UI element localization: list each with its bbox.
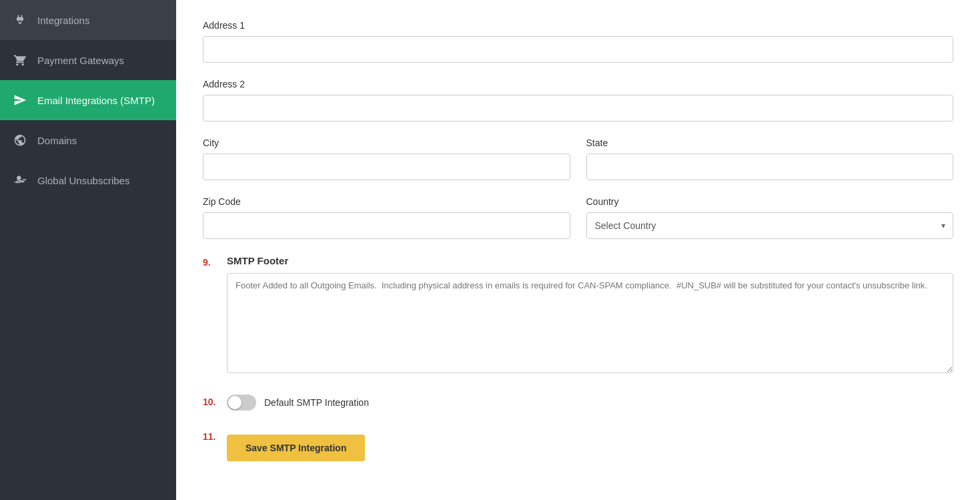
address2-group: Address 2 <box>203 79 953 121</box>
save-number: 11. <box>203 431 215 442</box>
default-smtp-toggle[interactable] <box>227 395 256 411</box>
main-content: Address 1 Address 2 City State Zip Code … <box>176 0 980 500</box>
state-group: State <box>586 138 954 180</box>
smtp-footer-title: SMTP Footer <box>227 255 953 266</box>
zip-label: Zip Code <box>203 196 570 207</box>
address1-input[interactable] <box>203 36 953 63</box>
sidebar-item-payment-gateways[interactable]: Payment Gateways <box>0 40 176 80</box>
save-button[interactable]: Save SMTP Integration <box>227 435 365 461</box>
country-group: Country Select Country <box>586 196 954 239</box>
country-label: Country <box>586 196 954 207</box>
sidebar: Integrations Payment Gateways Email Inte… <box>0 0 176 500</box>
zip-input[interactable] <box>203 212 570 239</box>
zip-group: Zip Code <box>203 196 570 239</box>
sidebar-item-payment-gateways-label: Payment Gateways <box>37 55 163 66</box>
city-input[interactable] <box>203 154 570 180</box>
sidebar-item-email-integrations-label: Email Integrations (SMTP) <box>37 95 163 106</box>
zip-country-row: Zip Code Country Select Country <box>203 196 953 255</box>
sidebar-item-domains-label: Domains <box>37 135 163 146</box>
state-label: State <box>586 138 954 148</box>
default-smtp-block: 10. Default SMTP Integration <box>203 395 953 411</box>
smtp-footer-block: 9. SMTP Footer <box>203 255 953 376</box>
sidebar-item-global-unsubscribes-label: Global Unsubscribes <box>37 175 163 186</box>
city-group: City <box>203 138 570 180</box>
smtp-footer-number: 9. <box>203 257 211 268</box>
plug-icon <box>13 13 37 27</box>
save-block: 11. Save SMTP Integration <box>203 429 953 461</box>
sidebar-item-domains[interactable]: Domains <box>0 120 176 160</box>
plane-icon <box>13 93 37 107</box>
globe-icon <box>13 134 37 147</box>
sidebar-item-integrations[interactable]: Integrations <box>0 0 176 40</box>
user-x-icon <box>13 174 37 187</box>
sidebar-item-integrations-label: Integrations <box>37 15 163 26</box>
country-select[interactable]: Select Country <box>586 212 954 239</box>
sidebar-item-email-integrations[interactable]: Email Integrations (SMTP) <box>0 80 176 120</box>
default-smtp-toggle-wrapper: Default SMTP Integration <box>227 395 953 411</box>
sidebar-item-global-unsubscribes[interactable]: Global Unsubscribes <box>0 160 176 200</box>
city-label: City <box>203 138 570 148</box>
address1-group: Address 1 <box>203 20 953 63</box>
country-select-wrapper: Select Country <box>586 212 954 239</box>
default-smtp-label: Default SMTP Integration <box>264 397 369 408</box>
address1-label: Address 1 <box>203 20 953 31</box>
city-state-row: City State <box>203 138 953 196</box>
address2-input[interactable] <box>203 95 953 121</box>
default-smtp-number: 10. <box>203 397 215 407</box>
state-input[interactable] <box>586 154 954 180</box>
cart-icon <box>13 53 37 67</box>
smtp-footer-textarea[interactable] <box>227 273 953 373</box>
address2-label: Address 2 <box>203 79 953 89</box>
